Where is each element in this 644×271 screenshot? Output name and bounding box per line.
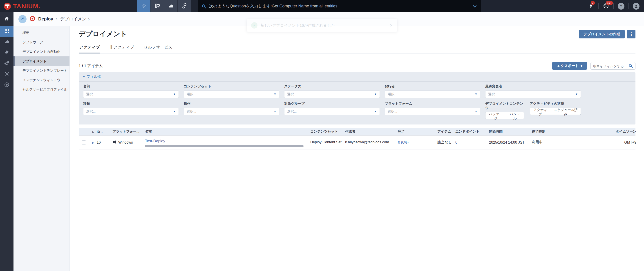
filter-field-last-modified-by: 最終変更者 選択...▼ xyxy=(485,84,581,98)
check-icon: ✓ xyxy=(251,22,258,28)
tab-inactive[interactable]: 非アクティブ xyxy=(109,44,134,53)
filter-panel-toggle[interactable]: ▾ フィルタ xyxy=(79,72,636,82)
sidebar-item-deployments[interactable]: デプロイメント xyxy=(14,56,70,66)
caret-right-icon: ▶ xyxy=(92,131,94,133)
cell-items: 該当なし xyxy=(437,140,455,145)
column-header-timezone[interactable]: タイムゾーン xyxy=(576,129,636,134)
triangle-down-icon: ▼ xyxy=(173,110,176,113)
question-search-input[interactable] xyxy=(209,4,469,8)
operation-select[interactable]: 選択...▼ xyxy=(184,108,279,115)
column-header-content-set[interactable]: コンテンツセット xyxy=(310,129,345,134)
divider xyxy=(628,3,629,9)
name-select[interactable]: 選択...▼ xyxy=(83,90,179,98)
column-header-end-time[interactable]: 終了時刻 xyxy=(532,129,576,134)
sidebar-item-maintenance-windows[interactable]: メンテナンスウィンドウ xyxy=(14,75,70,85)
alerts-button[interactable]: 7 xyxy=(587,2,595,10)
sidebar-item-software[interactable]: ソフトウェア xyxy=(14,37,70,47)
triangle-down-icon: ▼ xyxy=(475,93,478,96)
triangle-down-icon: ▼ xyxy=(274,110,276,113)
home-button[interactable] xyxy=(0,12,14,26)
sidebar-item-deployment-templates[interactable]: デプロイメントテンプレート xyxy=(14,66,70,75)
gears-icon xyxy=(4,60,10,67)
page-title: デプロイメント xyxy=(79,29,127,39)
filter-items-input[interactable] xyxy=(593,64,627,68)
target-group-select[interactable]: 選択...▼ xyxy=(284,108,380,115)
caret-right-icon: ▶ xyxy=(92,141,94,144)
column-header-id[interactable]: ID↓ xyxy=(97,130,112,133)
items-count: 1 / 1 アイテム xyxy=(79,63,103,68)
module-reporting-button[interactable] xyxy=(164,0,178,12)
filter-items-search[interactable] xyxy=(590,62,636,70)
create-deployment-button[interactable]: デプロイメントの作成 xyxy=(579,30,625,38)
export-button[interactable]: エクスポート ▾ xyxy=(552,62,587,70)
cell-complete: 0 (0%) xyxy=(398,140,437,144)
pushpin-icon xyxy=(20,17,24,21)
platform-label: Windows xyxy=(118,140,133,144)
filter-field-content-set: コンテンツセット 選択...▼ xyxy=(184,84,279,98)
rail-explore-button[interactable] xyxy=(0,80,14,91)
table-row[interactable]: ▶ 16 Windows Test-Deploy Deploy Content … xyxy=(79,135,636,149)
content-set-select[interactable]: 選択...▼ xyxy=(184,90,279,98)
header-actions: デプロイメントの作成 ⋮ xyxy=(579,30,636,38)
activity-state-group: アクティブ スケジュール済み xyxy=(530,108,581,115)
column-header-complete[interactable]: 完了 xyxy=(398,129,437,134)
issuer-select[interactable]: 選択...▼ xyxy=(385,90,480,98)
row-checkbox[interactable] xyxy=(82,140,86,144)
question-search[interactable] xyxy=(198,0,481,12)
column-header-platform[interactable]: プラットフォー... xyxy=(112,129,145,134)
column-header-items[interactable]: アイテム xyxy=(437,129,455,134)
bar-chart-icon xyxy=(4,39,9,45)
select-placeholder: 選択... xyxy=(488,92,498,96)
search-chevron-down-icon[interactable] xyxy=(472,3,478,9)
module-interact-button[interactable] xyxy=(137,0,151,12)
expand-all-caret[interactable]: ▶ xyxy=(90,130,97,133)
module-endpoints-button[interactable] xyxy=(151,0,164,12)
scheduled-toggle-button[interactable]: スケジュール済み xyxy=(551,108,581,115)
sidebar-item-self-service-profiles[interactable]: セルフサービスプロファイル xyxy=(14,85,70,94)
alerts-badge: 7 xyxy=(591,1,595,5)
rail-content-button[interactable] xyxy=(0,47,14,58)
cell-name: Test-Deploy xyxy=(145,135,310,149)
bundle-toggle-button[interactable]: バンドル xyxy=(506,112,524,119)
package-toggle-button[interactable]: パッケージ xyxy=(485,112,506,119)
topbar: TANIUM. 7 xyxy=(0,0,644,12)
tab-self-service[interactable]: セルフサービス xyxy=(143,44,173,53)
filter-label: アクティビティの状態 xyxy=(530,102,581,106)
account-button[interactable] xyxy=(632,2,640,10)
sidebar-item-deployment-automation[interactable]: デプロイメントの自動化 xyxy=(14,47,70,56)
rail-settings-button[interactable] xyxy=(0,58,14,69)
main-content: デプロイメント デプロイメントの作成 ⋮ アクティブ 非アクティブ セルフサービ… xyxy=(70,26,644,271)
endpoints-link[interactable]: 0 xyxy=(455,140,457,144)
rail-reporting-button[interactable] xyxy=(0,37,14,47)
rail-admin-tools-button[interactable] xyxy=(0,69,14,80)
tools-icon xyxy=(4,71,9,77)
row-expand-caret[interactable]: ▶ xyxy=(90,140,97,144)
breadcrumb-module[interactable]: Deploy xyxy=(38,16,53,21)
module-connect-button[interactable] xyxy=(178,0,191,12)
complete-link[interactable]: 0 (0%) xyxy=(398,140,408,144)
notifications-button[interactable]: 10+ xyxy=(602,2,610,10)
help-button[interactable]: ? xyxy=(617,2,625,10)
tanium-logo[interactable]: TANIUM. xyxy=(4,0,40,12)
type-select[interactable]: 選択...▼ xyxy=(83,108,179,115)
list-toolbar: 1 / 1 アイテム エクスポート ▾ xyxy=(79,62,636,70)
sidebar-item-overview[interactable]: 概要 xyxy=(14,28,70,37)
brand-text: TANIUM. xyxy=(13,3,40,10)
more-actions-button[interactable]: ⋮ xyxy=(627,30,636,38)
close-icon[interactable]: ✕ xyxy=(390,23,393,28)
column-header-creator[interactable]: 作成者 xyxy=(345,129,398,134)
column-label: ID xyxy=(97,130,100,133)
deployment-name-link[interactable]: Test-Deploy xyxy=(145,139,310,143)
platform-select[interactable]: 選択...▼ xyxy=(385,108,480,115)
filter-button-groups: デプロイメントコンテンツ パッケージ バンドル アクティビティの状態 アクティブ… xyxy=(485,102,581,119)
column-header-name[interactable]: 名前 xyxy=(145,129,310,134)
active-toggle-button[interactable]: アクティブ xyxy=(530,108,551,115)
column-header-endpoints[interactable]: エンドポイント xyxy=(455,129,489,134)
modules-grid-button[interactable] xyxy=(0,26,14,37)
tab-active[interactable]: アクティブ xyxy=(79,44,100,53)
status-select[interactable]: 選択...▼ xyxy=(284,90,380,98)
bar-chart-icon xyxy=(168,3,173,9)
last-modified-by-select[interactable]: 選択...▼ xyxy=(485,90,581,98)
pin-button[interactable] xyxy=(18,15,26,23)
column-header-start-time[interactable]: 開始時間 xyxy=(489,129,532,134)
